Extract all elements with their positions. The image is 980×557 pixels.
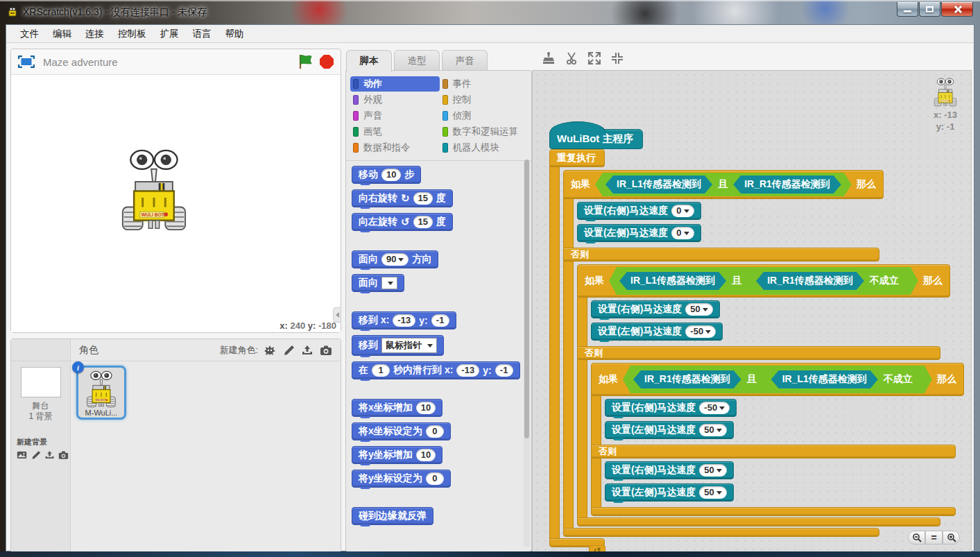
script-area[interactable]: x: -13 y: -1 WuLiBot 主程序 重复执行 [532,70,972,552]
goto-target-dropdown[interactable]: 鼠标指针 [381,338,437,353]
palette-scrollbar[interactable] [524,160,530,547]
sprite-info-badge[interactable]: i [72,361,84,373]
minimize-button[interactable] [897,2,918,17]
motor-speed-dropdown[interactable]: 50 [699,424,726,436]
category-events[interactable]: 事件 [440,76,529,92]
tab-scripts[interactable]: 脚本 [346,50,392,71]
point-towards-dropdown[interactable] [381,277,397,289]
tab-costumes[interactable]: 造型 [394,50,440,71]
menu-help[interactable]: 帮助 [218,26,251,42]
not-operator[interactable]: IR_L1传感器检测到 不成立 [762,368,922,391]
menu-edit[interactable]: 编辑 [46,26,78,42]
shrink-sprite-icon[interactable] [610,51,624,65]
scissors-delete-icon[interactable] [565,51,578,65]
zoom-out-button[interactable] [908,531,925,545]
ir-l1-sensor-block[interactable]: IR_L1传感器检测到 [605,175,712,194]
paint-new-sprite-icon[interactable] [282,345,295,356]
stage-thumbnail[interactable] [21,367,61,397]
set-left-motor-block[interactable]: 设置(左侧)马达速度50 [605,421,734,439]
if3-header[interactable]: 如果 IR_R1传感器检测到 且 IR_L1传感器检测到 [591,363,964,396]
stamp-duplicate-icon[interactable] [542,51,556,65]
if-else-block-3[interactable]: 如果 IR_R1传感器检测到 且 IR_L1传感器检测到 [591,363,964,516]
grow-sprite-icon[interactable] [587,51,601,65]
if3-else-bar[interactable]: 否则 [591,445,956,459]
motor-speed-dropdown[interactable]: 0 [671,205,694,217]
y-value[interactable]: 0 [426,472,444,485]
block-set-x[interactable]: 将x坐标设定为0 [352,422,451,440]
title-bar[interactable]: XRScratch(v1.6.3) - 没有连接串口 - 未保存 [0,0,980,24]
x-value[interactable]: -13 [393,314,415,327]
y-value[interactable]: -1 [495,364,513,377]
fullscreen-icon[interactable] [18,55,35,68]
menu-language[interactable]: 语言 [186,26,218,42]
motor-speed-dropdown[interactable]: -50 [699,402,730,414]
motor-speed-dropdown[interactable]: -50 [685,325,716,338]
set-left-motor-block[interactable]: 设置(左侧)马达速度0 [577,224,701,242]
stage-sprite-wulibot[interactable] [121,148,187,232]
category-pen[interactable]: 画笔 [350,124,440,139]
palette-scrollbar-thumb[interactable] [524,160,529,438]
seconds-value[interactable]: 1 [372,364,390,377]
and-operator[interactable]: IR_L1传感器检测到 且 IR_R1传感器检测到 [595,173,852,196]
stage-resize-handle[interactable] [333,307,341,323]
set-right-motor-block[interactable]: 设置(右侧)马达速度50 [591,300,720,318]
category-motion[interactable]: 动作 [350,76,440,92]
category-control[interactable]: 控制 [440,92,529,108]
if1-else-bar[interactable]: 否则 [563,248,879,262]
ir-r1-sensor-block[interactable]: IR_R1传感器检测到 [633,370,741,388]
menu-connect[interactable]: 连接 [78,26,111,42]
block-set-y[interactable]: 将y坐标设定为0 [352,470,451,488]
if1-header[interactable]: 如果 IR_L1传感器检测到 且 IR_R1传感器检测到 那么 [563,170,884,199]
and-operator[interactable]: IR_L1传感器检测到 且 IR_R1传感器检测到 不成立 [609,267,918,295]
x-value[interactable]: -13 [456,364,479,377]
if-else-block-1[interactable]: 如果 IR_L1传感器检测到 且 IR_R1传感器检测到 那么 [563,170,964,537]
motor-speed-dropdown[interactable]: 50 [699,464,726,477]
camera-backdrop-icon[interactable] [58,450,69,460]
if2-header[interactable]: 如果 IR_L1传感器检测到 且 IR_R1传感器检测到 [577,264,950,298]
block-turn-left[interactable]: 向左旋转↺15度 [352,213,453,231]
tab-sounds[interactable]: 声音 [442,50,488,71]
motor-speed-dropdown[interactable]: 50 [685,303,712,316]
zoom-reset-button[interactable]: = [925,531,943,545]
set-right-motor-block[interactable]: 设置(右侧)马达速度50 [605,461,734,479]
block-bounce-on-edge[interactable]: 碰到边缘就反弹 [352,507,433,525]
ir-r1-sensor-block[interactable]: IR_R1传感器检测到 [756,272,864,290]
ir-l1-sensor-block[interactable]: IR_L1传感器检测到 [619,272,726,290]
motor-speed-dropdown[interactable]: 0 [671,227,694,239]
category-sensing[interactable]: 侦测 [440,108,529,123]
set-right-motor-block[interactable]: 设置(右侧)马达速度-50 [605,399,737,417]
category-robot[interactable]: 机器人模块 [440,140,529,155]
not-operator[interactable]: IR_R1传感器检测到 不成立 [747,270,908,292]
if-else-block-2[interactable]: 如果 IR_L1传感器检测到 且 IR_R1传感器检测到 [577,264,964,526]
category-data[interactable]: 数据和指令 [350,140,440,155]
set-left-motor-block[interactable]: 设置(左侧)马达速度-50 [591,323,723,341]
ir-l1-sensor-block[interactable]: IR_L1传感器检测到 [771,370,878,388]
set-right-motor-block[interactable]: 设置(右侧)马达速度0 [577,202,701,220]
set-left-motor-block[interactable]: 设置(左侧)马达速度50 [605,483,734,502]
motor-speed-dropdown[interactable]: 50 [699,486,726,499]
degrees-value[interactable]: 15 [413,192,433,205]
block-point-towards[interactable]: 面向 [352,274,404,292]
stop-icon[interactable] [320,55,334,69]
block-glide[interactable]: 在1秒内滑行到 x:-13y:-1 [352,361,520,379]
sprite-card-mwulibot[interactable]: i M-WuLi... [76,366,126,420]
block-point-direction[interactable]: 面向90方向 [352,250,438,268]
upload-sprite-icon[interactable] [301,345,313,356]
forever-header[interactable]: 重复执行 [549,149,605,167]
degrees-value[interactable]: 15 [413,216,433,228]
stage-canvas[interactable]: x: 240 y: -180 [11,75,341,332]
category-operators[interactable]: 数字和逻辑运算 [440,124,529,139]
steps-value[interactable]: 10 [381,169,401,181]
forever-block[interactable]: 重复执行 如果 IR_L1传感器检测到 [549,149,964,547]
block-change-y[interactable]: 将y坐标增加10 [352,446,442,464]
menu-file[interactable]: 文件 [13,26,46,42]
menu-extensions[interactable]: 扩展 [153,26,186,42]
category-sound[interactable]: 声音 [350,108,440,123]
if2-else-bar[interactable]: 否则 [577,346,940,360]
block-move-steps[interactable]: 移动10步 [352,166,421,184]
menu-board[interactable]: 控制板 [111,26,153,42]
x-value[interactable]: 0 [426,425,444,438]
delta-value[interactable]: 10 [416,402,436,414]
green-flag-icon[interactable] [298,54,313,69]
project-title[interactable]: Maze adventure [43,56,298,68]
